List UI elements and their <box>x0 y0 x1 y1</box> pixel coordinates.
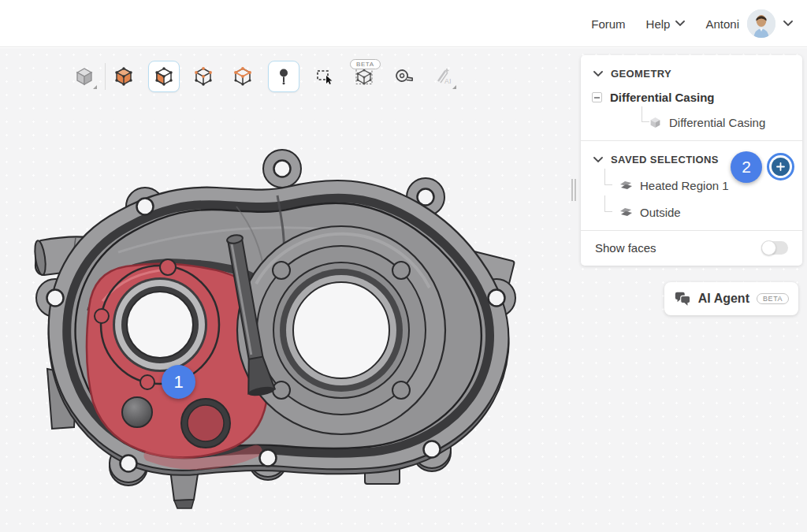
tree-connector <box>592 203 619 221</box>
view-cube-icon <box>74 66 95 87</box>
user-menu[interactable]: Antoni <box>705 9 793 38</box>
ai-agent-button[interactable]: AI Agent BETA <box>664 282 798 315</box>
saved-selections-title: SAVED SELECTIONS <box>611 154 719 166</box>
measure-tape-icon <box>393 66 414 87</box>
probe-point-tool-button[interactable] <box>268 61 299 92</box>
help-label: Help <box>646 17 671 31</box>
geometry-section-header[interactable]: GEOMETRY <box>581 60 802 86</box>
user-avatar <box>747 9 775 38</box>
tree-item-label: Differential Casing <box>610 91 715 104</box>
top-navigation-bar: Forum Help Antoni <box>0 0 807 47</box>
geometry-title: GEOMETRY <box>611 68 671 80</box>
collapse-toggle-icon[interactable] <box>592 92 602 102</box>
ai-wand-icon: AI <box>433 66 454 87</box>
toggle-knob <box>761 240 776 255</box>
annotation-step-2-badge: 2 <box>731 151 762 183</box>
show-faces-toggle[interactable] <box>761 241 788 255</box>
tree-connector <box>592 113 649 131</box>
tree-connector <box>592 177 619 194</box>
saved-selection-heated-region-1[interactable]: Heated Region 1 <box>581 172 802 199</box>
annotation-step-1-badge: 1 <box>162 365 195 399</box>
tree-item-differential-casing-body[interactable]: Differential Casing <box>581 109 802 136</box>
geometry-section: GEOMETRY Differential Casing Differentia… <box>581 55 802 140</box>
select-volume-icon <box>113 66 134 87</box>
box-select-tool-button[interactable] <box>309 61 340 92</box>
show-faces-row: Show faces <box>581 231 802 266</box>
dropdown-corner-icon <box>93 85 97 89</box>
select-vertex-icon <box>232 66 253 87</box>
tree-item-differential-casing-root[interactable]: Differential Casing <box>581 86 802 109</box>
toolbar-beta-badge: BETA <box>350 59 381 69</box>
select-edge-icon <box>193 66 214 87</box>
select-edge-tool-button[interactable] <box>188 61 219 92</box>
panel-resize-handle[interactable] <box>571 179 577 201</box>
forum-link[interactable]: Forum <box>591 17 625 31</box>
select-face-tool-button[interactable] <box>148 61 180 92</box>
show-faces-label: Show faces <box>595 241 656 255</box>
view-cube-tool-button[interactable] <box>69 61 100 92</box>
select-volume-tool-button[interactable] <box>108 61 139 92</box>
saved-selection-label: Outside <box>640 206 681 219</box>
face-layers-icon <box>619 178 633 192</box>
select-face-icon <box>154 66 174 87</box>
chat-bubbles-icon <box>674 290 691 307</box>
box-select-icon <box>314 66 335 87</box>
measure-tool-button[interactable] <box>388 61 419 92</box>
ai-agent-beta-badge: BETA <box>757 293 789 304</box>
ai-selection-tool-button[interactable]: AI <box>428 61 459 92</box>
saved-selections-section: SAVED SELECTIONS Heated Region 1 Outside <box>581 141 802 230</box>
chevron-down-icon <box>593 71 603 77</box>
solid-cube-icon <box>649 116 662 129</box>
toolbar-separator <box>105 63 106 90</box>
probe-point-icon <box>273 66 294 87</box>
username-label: Antoni <box>705 17 739 31</box>
avatar-photo <box>747 9 775 38</box>
face-layers-icon <box>619 205 633 219</box>
casing-geometry <box>33 150 515 508</box>
chevron-down-icon <box>593 157 603 163</box>
chevron-down-icon <box>675 20 685 27</box>
plus-icon <box>772 158 790 176</box>
svg-text:AI: AI <box>444 77 452 85</box>
tree-item-label: Differential Casing <box>669 116 765 129</box>
saved-selection-outside[interactable]: Outside <box>581 199 802 225</box>
chevron-down-icon <box>783 20 793 27</box>
dropdown-corner-icon <box>452 85 456 89</box>
ai-agent-label: AI Agent <box>698 292 749 306</box>
add-saved-selection-button[interactable] <box>767 153 794 180</box>
select-vertex-tool-button[interactable] <box>227 61 258 92</box>
help-menu[interactable]: Help <box>646 17 686 31</box>
forum-label: Forum <box>591 17 625 31</box>
saved-selection-label: Heated Region 1 <box>640 179 729 192</box>
